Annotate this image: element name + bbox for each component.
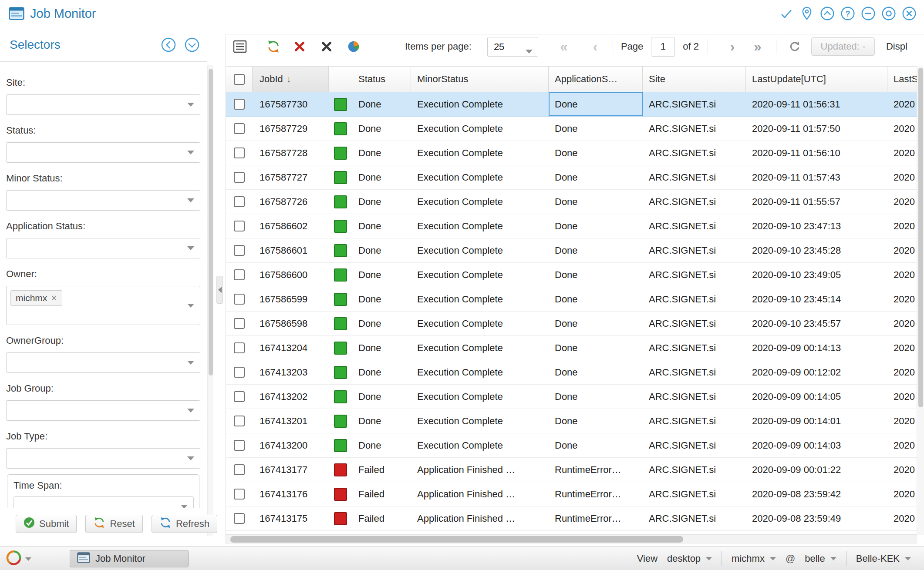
column-header-site[interactable]: Site — [643, 67, 746, 92]
row-checkbox[interactable] — [226, 312, 253, 335]
row-checkbox[interactable] — [226, 190, 253, 214]
horizontal-scrollbar-thumb[interactable] — [230, 536, 683, 543]
row-checkbox[interactable] — [226, 336, 253, 360]
vertical-scrollbar[interactable] — [917, 66, 924, 535]
reset-button[interactable]: Reset — [85, 515, 142, 533]
cell-applicationstatus[interactable]: Done — [549, 92, 643, 116]
close-circle-icon[interactable] — [901, 6, 917, 21]
cell-applicationstatus[interactable]: Done — [549, 287, 643, 311]
job-type-combo[interactable] — [6, 448, 200, 469]
column-header-status[interactable]: Status — [352, 67, 411, 92]
row-checkbox[interactable] — [226, 482, 253, 506]
first-page-icon[interactable]: « — [554, 37, 573, 56]
cell-applicationstatus[interactable]: RuntimeError… — [549, 482, 643, 506]
row-checkbox[interactable] — [226, 238, 253, 262]
group-select[interactable]: belle — [802, 553, 839, 564]
column-header-minorstatus[interactable]: MinorStatus — [411, 67, 549, 92]
table-row[interactable]: 167587728DoneExecution CompleteDoneARC.S… — [226, 141, 917, 165]
cell-applicationstatus[interactable]: Done — [549, 190, 643, 214]
check-icon[interactable] — [779, 6, 794, 21]
panel-scrollbar-thumb[interactable] — [209, 69, 213, 376]
submit-button[interactable]: Submit — [16, 515, 77, 533]
cell-applicationstatus[interactable]: Done — [549, 385, 643, 409]
help-circle-icon[interactable]: ? — [840, 6, 856, 21]
row-checkbox[interactable] — [226, 433, 253, 457]
panel-scrollbar[interactable] — [207, 65, 213, 536]
site-combo[interactable] — [6, 94, 200, 115]
table-row[interactable]: 167587729DoneExecution CompleteDoneARC.S… — [226, 117, 917, 141]
horizontal-scrollbar[interactable] — [226, 534, 917, 544]
cell-applicationstatus[interactable]: Done — [549, 141, 643, 165]
delete-job-icon[interactable] — [317, 37, 336, 56]
user-select[interactable]: michmx — [729, 553, 779, 564]
refresh-button[interactable]: Refresh — [152, 515, 217, 533]
select-all-checkbox[interactable] — [226, 67, 253, 92]
row-checkbox[interactable] — [226, 165, 253, 189]
table-row[interactable]: 167413203DoneExecution CompleteDoneARC.S… — [226, 360, 917, 385]
panel-expand-circle-icon[interactable] — [184, 37, 200, 53]
kill-job-icon[interactable] — [290, 37, 309, 56]
items-per-page-select[interactable]: 25 — [487, 37, 538, 57]
table-row[interactable]: 167413177FailedApplication Finished …Run… — [226, 458, 917, 482]
cell-applicationstatus[interactable]: Done — [549, 409, 643, 433]
cell-applicationstatus[interactable]: Done — [549, 360, 643, 384]
prev-page-icon[interactable]: ‹ — [586, 37, 605, 56]
table-row[interactable]: 167413201DoneExecution CompleteDoneARC.S… — [226, 409, 917, 433]
column-header-lastupdate[interactable]: LastUpdate[UTC] — [746, 67, 887, 92]
cell-applicationstatus[interactable]: Done — [549, 336, 643, 360]
updated-button[interactable]: Updated: - — [811, 37, 875, 56]
row-checkbox[interactable] — [226, 263, 253, 287]
row-checkbox[interactable] — [226, 458, 253, 482]
panel-back-circle-icon[interactable] — [160, 37, 177, 53]
dirac-logo[interactable] — [6, 550, 22, 567]
setup-select[interactable]: Belle-KEK — [853, 553, 914, 564]
reload-icon[interactable] — [785, 37, 804, 56]
ownergroup-combo[interactable] — [6, 352, 200, 373]
row-checkbox[interactable] — [226, 360, 253, 384]
table-row[interactable]: 167586598DoneExecution CompleteDoneARC.S… — [226, 312, 917, 336]
status-combo[interactable] — [6, 142, 200, 163]
taskbar-job-monitor-button[interactable]: Job Monitor — [70, 550, 189, 567]
last-page-icon[interactable]: » — [748, 37, 767, 56]
reset-selection-icon[interactable] — [264, 37, 283, 56]
cell-applicationstatus[interactable]: Done — [549, 214, 643, 238]
row-checkbox[interactable] — [226, 287, 253, 311]
table-row[interactable]: 167586599DoneExecution CompleteDoneARC.S… — [226, 287, 917, 312]
menu-icon[interactable] — [230, 37, 250, 56]
cell-applicationstatus[interactable]: Done — [549, 263, 643, 287]
table-row[interactable]: 167413202DoneExecution CompleteDoneARC.S… — [226, 385, 917, 409]
table-row[interactable]: 167413175FailedApplication Finished …Run… — [226, 506, 917, 531]
row-checkbox[interactable] — [226, 214, 253, 238]
column-header-jobid[interactable]: JobId↓ — [253, 67, 329, 92]
view-mode-select[interactable]: desktop — [664, 553, 715, 564]
row-checkbox[interactable] — [226, 385, 253, 409]
cell-applicationstatus[interactable]: RuntimeError… — [549, 458, 643, 482]
table-row[interactable]: 167413176FailedApplication Finished …Run… — [226, 482, 917, 506]
row-checkbox[interactable] — [226, 141, 253, 165]
app-menu-chevron-icon[interactable] — [25, 555, 31, 563]
cell-applicationstatus[interactable]: Done — [549, 165, 643, 189]
remove-tag-icon[interactable]: × — [51, 293, 57, 303]
vertical-scrollbar-thumb[interactable] — [918, 68, 923, 407]
cell-applicationstatus[interactable]: RuntimeError… — [549, 506, 643, 530]
table-row[interactable]: 167586600DoneExecution CompleteDoneARC.S… — [226, 263, 917, 287]
next-page-icon[interactable]: › — [723, 37, 742, 56]
table-row[interactable]: 167413204DoneExecution CompleteDoneARC.S… — [226, 336, 917, 360]
application-status-combo[interactable] — [6, 238, 200, 258]
cell-applicationstatus[interactable]: Done — [549, 433, 643, 457]
table-row[interactable]: 167587730DoneExecution CompleteDoneARC.S… — [226, 92, 917, 117]
row-checkbox[interactable] — [226, 117, 253, 141]
row-checkbox[interactable] — [226, 92, 253, 116]
cell-applicationstatus[interactable]: Done — [549, 312, 643, 335]
panel-collapse-handle[interactable] — [216, 276, 223, 304]
column-header-statuscolor[interactable] — [329, 67, 352, 92]
table-row[interactable]: 167587726DoneExecution CompleteDoneARC.S… — [226, 190, 917, 214]
job-group-combo[interactable] — [6, 400, 200, 421]
cell-applicationstatus[interactable]: Done — [549, 117, 643, 141]
owner-combo[interactable]: michmx× — [6, 286, 200, 325]
column-header-lastsig[interactable]: LastSig — [887, 67, 917, 92]
pin-window-circle-icon[interactable] — [881, 6, 897, 21]
table-row[interactable]: 167587727DoneExecution CompleteDoneARC.S… — [226, 165, 917, 190]
collapse-up-circle-icon[interactable] — [819, 6, 835, 21]
minimize-circle-icon[interactable] — [860, 6, 876, 21]
